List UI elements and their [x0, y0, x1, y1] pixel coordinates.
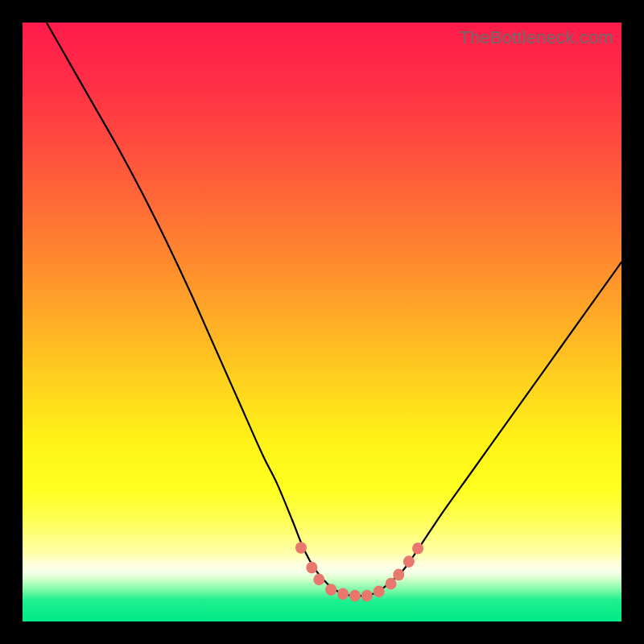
- curve-marker: [306, 562, 317, 574]
- outer-black-frame: TheBottleneck.com: [0, 0, 644, 644]
- curve-marker: [313, 574, 324, 586]
- curve-marker: [349, 590, 361, 602]
- curve-marker: [393, 569, 404, 581]
- curve-marker: [403, 555, 415, 568]
- curve-marker: [337, 588, 349, 600]
- chart-svg: [23, 23, 621, 621]
- curve-marker: [325, 584, 336, 596]
- markers-group: [295, 542, 423, 601]
- plot-area: TheBottleneck.com: [23, 23, 621, 621]
- curve-marker: [361, 590, 373, 602]
- curve-marker: [412, 543, 423, 555]
- bottleneck-curve: [47, 23, 621, 596]
- curve-marker: [295, 542, 307, 554]
- curve-marker: [386, 578, 397, 590]
- curve-marker: [374, 585, 385, 597]
